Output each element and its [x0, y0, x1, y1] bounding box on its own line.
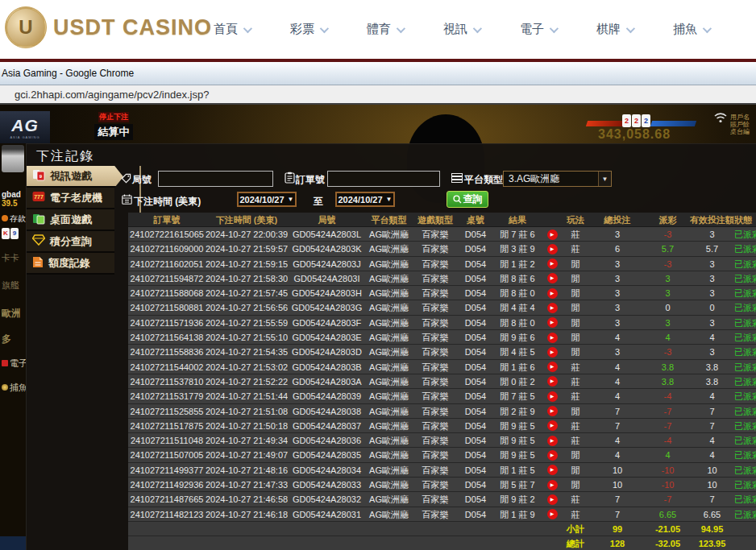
table-row: 2410272114821232024-10-27 21:46:18GD0542… — [128, 507, 756, 522]
chevron-down-icon: ▼ — [386, 196, 393, 203]
play-video-icon[interactable]: ▶ — [547, 347, 558, 358]
play-video-icon[interactable]: ▶ — [547, 494, 558, 505]
table-cell: AG歐洲廳 — [366, 463, 412, 477]
bet-record-modal: 下注記錄 9視訊遊戲777電子老虎機桌面遊戲積分查詢額度記錄 局號 訂單號 平台… — [26, 143, 756, 550]
table-cell: 10 — [690, 463, 734, 477]
table-cell: 99 — [589, 522, 646, 536]
table-cell: 閒 9 莊 6 — [492, 330, 542, 344]
table-cell: 2024-10-27 21:59:57 — [206, 242, 288, 255]
table-cell: 7 — [589, 419, 646, 432]
table-cell: 94.95 — [690, 522, 734, 536]
table-cell: 3 — [646, 316, 690, 329]
bet-records-table: 訂單號下注時間 (美東)局號平台類型遊戲類型桌號結果玩法總投注派彩有效投注額狀態… — [128, 213, 756, 550]
play-video-icon[interactable]: ▶ — [547, 376, 558, 387]
table-cell: 2024-10-27 21:48:16 — [206, 463, 288, 477]
table-cell: AG歐洲廳 — [366, 242, 412, 255]
nav-item-0[interactable]: 首頁 — [214, 22, 250, 37]
column-header: 訂單號 — [128, 213, 206, 226]
play-video-icon[interactable]: ▶ — [547, 303, 558, 313]
table-cell: 閒 — [562, 448, 589, 461]
sidebar-item-1[interactable]: 777電子老虎機 — [27, 188, 114, 209]
table-cell: 閒 — [562, 316, 589, 329]
round-number-input[interactable] — [158, 171, 273, 187]
play-video-icon[interactable]: ▶ — [547, 333, 558, 343]
table-cell: AG歐洲廳 — [366, 286, 412, 300]
table-row: 2410272115588362024-10-27 21:54:35GD0542… — [128, 345, 756, 359]
sidebar-item-0[interactable]: 9視訊遊戲 — [27, 166, 123, 188]
lobby-item-fishing[interactable]: 捕魚王 — [2, 382, 26, 394]
search-button[interactable]: 查詢 — [447, 191, 488, 208]
lobby-item-kaka[interactable]: 卡卡 — [2, 252, 26, 264]
table-cell: ▶ — [542, 242, 562, 255]
play-video-icon[interactable]: ▶ — [547, 317, 558, 328]
nav-item-1[interactable]: 彩票 — [290, 22, 326, 37]
table-cell: GD05424A2803J — [288, 257, 366, 271]
lobby-item-flagship[interactable]: 旗艦 — [2, 279, 26, 292]
sidebar-item-3[interactable]: 積分查詢 — [27, 231, 114, 253]
nav-item-3[interactable]: 視訊 — [443, 22, 480, 37]
play-video-icon[interactable]: ▶ — [547, 230, 558, 240]
lobby-item-europe[interactable]: 歐洲 — [2, 307, 26, 320]
platform-type-select[interactable]: 3.AG歐洲廳 ▼ — [503, 171, 612, 187]
deposit-button[interactable]: 存款 — [2, 213, 26, 225]
play-video-icon[interactable]: ▶ — [547, 509, 558, 519]
nav-item-2[interactable]: 體育 — [367, 22, 403, 37]
sidebar-item-2[interactable]: 桌面遊戲 — [27, 209, 114, 231]
table-cell — [128, 536, 206, 550]
main-nav: 首頁彩票體育視訊電子棋牌捕魚 — [173, 0, 750, 59]
slots-icon: 777 — [32, 191, 45, 205]
nav-label: 棋牌 — [596, 22, 621, 37]
table-cell: D054 — [459, 448, 492, 461]
play-video-icon[interactable]: ▶ — [547, 436, 558, 446]
table-cell: 241027211580881 — [128, 300, 206, 314]
table-cell: 已派彩 — [734, 300, 756, 314]
play-video-icon[interactable]: ▶ — [547, 450, 558, 461]
table-cell: 閒 9 莊 5 — [492, 448, 542, 461]
nav-item-4[interactable]: 電子 — [520, 22, 556, 37]
nav-item-5[interactable]: 棋牌 — [596, 22, 633, 37]
lobby-item-multi[interactable]: 多 — [2, 333, 26, 346]
order-number-input[interactable] — [327, 171, 440, 187]
nav-item-6[interactable]: 捕魚 — [673, 22, 709, 37]
date-from-select[interactable]: 2024/10/27▼ — [237, 192, 297, 207]
table-cell: 2024-10-27 21:51:08 — [206, 404, 288, 418]
table-cell: -3 — [646, 257, 690, 271]
table-cell: 莊 — [562, 242, 589, 255]
table-cell: 2024-10-27 22:00:39 — [206, 227, 288, 241]
chevron-down-icon — [397, 23, 405, 32]
play-video-icon[interactable]: ▶ — [547, 465, 558, 475]
table-cell: ▶ — [542, 300, 562, 314]
play-video-icon[interactable]: ▶ — [547, 420, 558, 431]
table-cell: ▶ — [542, 227, 562, 241]
play-video-icon[interactable]: ▶ — [547, 362, 558, 372]
table-cell: GD05424A28033 — [288, 478, 366, 491]
table-cell: ▶ — [542, 286, 562, 300]
play-video-icon[interactable]: ▶ — [547, 406, 558, 416]
play-video-icon[interactable]: ▶ — [547, 288, 558, 299]
table-cell: 2024-10-27 21:50:18 — [206, 419, 288, 432]
table-cell: 2024-10-27 21:53:02 — [206, 360, 288, 374]
window-title: Asia Gaming - Google Chrome — [2, 68, 134, 79]
sidebar-item-4[interactable]: 額度記錄 — [27, 253, 114, 275]
table-cell: D054 — [459, 286, 492, 300]
play-video-icon[interactable]: ▶ — [547, 480, 558, 490]
table-row: 2410272115948722024-10-27 21:58:30GD0542… — [128, 271, 756, 286]
table-cell: AG歐洲廳 — [366, 433, 412, 447]
play-video-icon[interactable]: ▶ — [547, 391, 558, 402]
credit-icon — [32, 256, 44, 271]
column-header: 局號 — [288, 213, 366, 226]
lobby-item-slots[interactable]: 電子 — [2, 358, 26, 370]
table-cell: 123.95 — [690, 536, 734, 550]
chevron-down-icon: ▼ — [288, 196, 294, 203]
play-video-icon[interactable]: ▶ — [547, 244, 558, 254]
table-cell: D054 — [459, 345, 492, 358]
table-row: 2410272115258552024-10-27 21:51:08GD0542… — [128, 404, 756, 419]
date-to-select[interactable]: 2024/10/27▼ — [335, 192, 395, 207]
table-row: 2410272115808812024-10-27 21:56:56GD0542… — [128, 300, 756, 315]
table-cell: 2024-10-27 21:55:59 — [206, 316, 288, 329]
table-cell: GD05424A28038 — [288, 404, 366, 418]
play-video-icon[interactable]: ▶ — [547, 258, 558, 269]
table-cell: 4 — [690, 433, 734, 447]
play-video-icon[interactable]: ▶ — [547, 273, 558, 283]
table-cell: AG歐洲廳 — [366, 271, 412, 285]
